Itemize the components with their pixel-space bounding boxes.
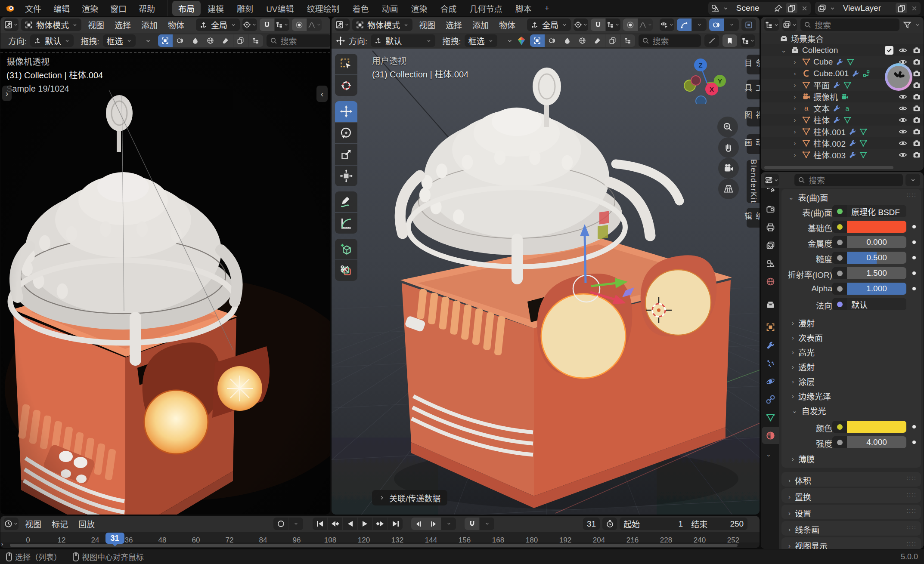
subpanel-4[interactable]: ›涂层	[792, 376, 815, 387]
subpanel-1[interactable]: ›次表面	[792, 332, 823, 343]
mode-option-3[interactable]	[188, 34, 203, 47]
field-menu[interactable]: 原理化 BSDF	[832, 205, 906, 217]
workspace-tab-6[interactable]: 动画	[376, 1, 404, 16]
tool-box-select[interactable]	[335, 54, 357, 74]
overlays-toggle[interactable]	[709, 18, 724, 31]
tool-annotate[interactable]	[335, 191, 357, 212]
step-back-button[interactable]	[411, 518, 426, 530]
play-button[interactable]	[358, 518, 372, 530]
timeline-menu-0[interactable]: 视图	[21, 518, 45, 530]
mode-option-1[interactable]	[530, 34, 545, 47]
workspace-tab-4[interactable]: 纹理绘制	[301, 1, 346, 16]
outliner-row[interactable]: ›摄像机	[761, 91, 924, 102]
outliner-filter-id[interactable]	[782, 18, 797, 31]
editor-type-button[interactable]	[4, 18, 19, 31]
workspace-tab-8[interactable]: 合成	[434, 1, 463, 16]
drag-selector[interactable]: 框选	[103, 34, 136, 47]
timeline-ruler[interactable]: › 01224364860728496108120132144156168180…	[0, 532, 760, 548]
outliner-row[interactable]: ›柱体	[761, 114, 924, 126]
viewlayer-new-button[interactable]	[896, 3, 907, 13]
snap-settings[interactable]	[275, 18, 289, 31]
snap-playhead-dropdown[interactable]	[480, 518, 494, 530]
editor-type-button[interactable]	[335, 18, 350, 31]
field-slider[interactable]: 1.000	[832, 283, 906, 295]
pivot-point-button[interactable]	[242, 18, 257, 31]
topbar-menu-0[interactable]: 文件	[19, 0, 47, 16]
sidebar-expand-chevron[interactable]: ‹	[316, 86, 328, 102]
drag-dots[interactable]: ::::	[906, 191, 917, 198]
field-slider[interactable]: 0.000	[832, 236, 906, 248]
properties-tab-object[interactable]	[762, 318, 779, 336]
mode-option-4[interactable]	[575, 34, 590, 47]
surface-panel-header[interactable]: ⌄表(曲)面	[788, 191, 828, 203]
zoom-button[interactable]	[717, 117, 738, 137]
topbar-menu-2[interactable]: 渲染	[76, 0, 104, 16]
subpanel-0[interactable]: ›漫射	[792, 317, 815, 329]
orientation-selector[interactable]: 全局	[196, 18, 240, 31]
workspace-tab-3[interactable]: UV编辑	[260, 1, 300, 16]
hierarchy-button[interactable]	[741, 34, 755, 47]
toolbar-expand-chevron[interactable]: ›	[2, 86, 12, 101]
outliner-search[interactable]: 搜索	[800, 18, 899, 31]
camera-render-canvas[interactable]: 摄像机透视 (31) Collection | 柱体.004 Sample 19…	[0, 49, 330, 515]
tool-shear[interactable]	[335, 260, 357, 281]
properties-context-menu[interactable]	[764, 174, 779, 186]
viewport-menu-2[interactable]: 添加	[137, 19, 161, 31]
expand-chevron[interactable]: ›	[1, 541, 3, 547]
field-color[interactable]	[832, 221, 906, 233]
subpanel-5[interactable]: ›边缘光泽	[792, 390, 831, 402]
keyframe-dot[interactable]	[912, 256, 916, 259]
tool-rotate[interactable]	[335, 123, 357, 143]
workspace-tab-7[interactable]: 渲染	[405, 1, 434, 16]
sidebar-tab-动画[interactable]: 动画	[747, 134, 760, 154]
viewport-menu-0[interactable]: 视图	[415, 19, 439, 31]
tool-transform[interactable]	[335, 166, 357, 186]
pan-hand-button[interactable]	[718, 137, 739, 158]
sidebar-tab-视图[interactable]: 视图	[747, 107, 760, 126]
snap-toggle[interactable]	[591, 18, 605, 31]
tool-cursor[interactable]	[335, 75, 357, 96]
properties-options[interactable]	[905, 174, 920, 186]
tool-search[interactable]: 搜索	[639, 34, 701, 47]
workspace-tab-5[interactable]: 着色	[347, 1, 375, 16]
proportional-falloff[interactable]	[307, 18, 322, 31]
mode-selector[interactable]: 物体模式	[352, 18, 412, 31]
mode-option-6[interactable]	[605, 34, 620, 47]
visibility-dropdown[interactable]	[660, 18, 674, 31]
pivot-point-button[interactable]	[574, 18, 588, 31]
proportional-toggle[interactable]	[292, 18, 307, 31]
current-frame-field[interactable]: 31	[583, 518, 600, 530]
outliner-row[interactable]: ›柱体.002	[761, 137, 924, 149]
camera-view-button[interactable]	[718, 158, 739, 179]
mode-option-4[interactable]	[203, 34, 218, 47]
sidebar-tab-工具[interactable]: 工具	[747, 80, 760, 99]
use-preview-range-toggle[interactable]	[602, 518, 617, 530]
keyframe-dot[interactable]	[912, 441, 916, 444]
mode-selector[interactable]: 物体模式	[21, 18, 81, 31]
field-slider[interactable]: 1.500	[832, 267, 906, 279]
panel-3[interactable]: ›线条画 ::::	[781, 521, 921, 536]
drag-selector[interactable]: 框选	[465, 34, 497, 47]
tab-scroll-chevron[interactable]: ⌄	[766, 451, 771, 458]
viewport-menu-1[interactable]: 选择	[111, 19, 135, 31]
keyframe-dot[interactable]	[912, 287, 916, 290]
film-panel-header[interactable]: ›薄膜	[792, 453, 815, 465]
falloff-curve-button[interactable]	[704, 34, 719, 47]
add-workspace-button[interactable]: +	[539, 2, 555, 15]
scene-selector[interactable]: Scene	[708, 2, 811, 15]
jump-to-start-button[interactable]	[313, 518, 327, 530]
step-dropdown[interactable]	[441, 518, 456, 530]
properties-search[interactable]: 搜索	[794, 174, 903, 186]
emission-strength[interactable]: 4.000	[832, 436, 906, 448]
mode-option-7[interactable]	[248, 34, 263, 47]
start-frame-field[interactable]: 起始1	[620, 518, 687, 530]
outliner-display-mode[interactable]	[764, 18, 779, 31]
timeline-menu-2[interactable]: 回放	[74, 518, 99, 530]
proportional-toggle[interactable]	[623, 18, 638, 31]
direction-selector[interactable]: 默认	[371, 34, 435, 47]
outliner-row[interactable]: ›柱体.003	[761, 149, 924, 160]
panel-0[interactable]: ›体积 ::::	[781, 472, 921, 487]
direction-selector[interactable]: 默认	[30, 34, 74, 47]
mode-option-3[interactable]	[560, 34, 575, 47]
mode-option-1[interactable]	[158, 34, 173, 47]
